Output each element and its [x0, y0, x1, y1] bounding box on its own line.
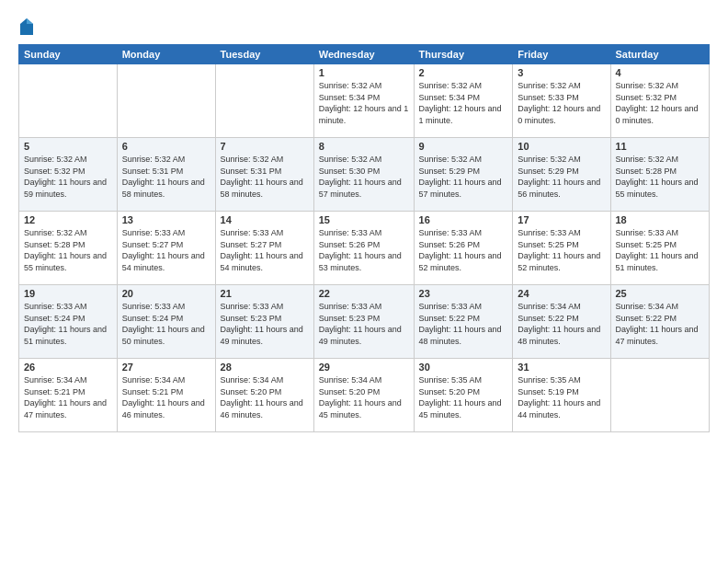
day-of-week-header: Tuesday [215, 45, 313, 64]
calendar-cell: 13Sunrise: 5:33 AMSunset: 5:27 PMDayligh… [117, 212, 215, 285]
day-info: Sunrise: 5:33 AMSunset: 5:25 PMDaylight:… [518, 227, 605, 273]
day-number: 31 [518, 362, 605, 373]
day-info: Sunrise: 5:34 AMSunset: 5:20 PMDaylight:… [319, 374, 409, 420]
day-info: Sunrise: 5:33 AMSunset: 5:26 PMDaylight:… [419, 227, 508, 273]
svg-marker-1 [27, 18, 33, 24]
day-of-week-header: Monday [117, 45, 215, 64]
logo-icon [18, 17, 35, 37]
calendar-cell [117, 64, 215, 138]
day-info: Sunrise: 5:34 AMSunset: 5:22 PMDaylight:… [616, 301, 705, 347]
calendar-cell [215, 64, 313, 138]
day-number: 29 [319, 362, 409, 373]
day-number: 2 [419, 67, 508, 78]
day-number: 27 [122, 362, 210, 373]
day-of-week-header: Wednesday [313, 45, 414, 64]
calendar-cell: 14Sunrise: 5:33 AMSunset: 5:27 PMDayligh… [215, 212, 313, 285]
calendar-cell: 24Sunrise: 5:34 AMSunset: 5:22 PMDayligh… [513, 285, 610, 359]
day-number: 16 [419, 214, 508, 225]
day-info: Sunrise: 5:33 AMSunset: 5:23 PMDaylight:… [319, 301, 409, 347]
day-info: Sunrise: 5:32 AMSunset: 5:30 PMDaylight:… [319, 154, 409, 200]
day-info: Sunrise: 5:32 AMSunset: 5:33 PMDaylight:… [518, 80, 605, 126]
calendar-cell: 31Sunrise: 5:35 AMSunset: 5:19 PMDayligh… [513, 359, 610, 432]
calendar-cell: 15Sunrise: 5:33 AMSunset: 5:26 PMDayligh… [313, 212, 414, 285]
calendar-cell: 6Sunrise: 5:32 AMSunset: 5:31 PMDaylight… [117, 138, 215, 212]
calendar-header-row: SundayMondayTuesdayWednesdayThursdayFrid… [19, 45, 710, 64]
day-info: Sunrise: 5:32 AMSunset: 5:34 PMDaylight:… [419, 80, 508, 126]
day-info: Sunrise: 5:34 AMSunset: 5:22 PMDaylight:… [518, 301, 605, 347]
calendar-cell: 12Sunrise: 5:32 AMSunset: 5:28 PMDayligh… [19, 212, 118, 285]
day-info: Sunrise: 5:32 AMSunset: 5:32 PMDaylight:… [24, 154, 112, 200]
calendar-cell [610, 359, 710, 432]
day-number: 24 [518, 288, 605, 299]
day-number: 30 [419, 362, 508, 373]
calendar-cell: 17Sunrise: 5:33 AMSunset: 5:25 PMDayligh… [513, 212, 610, 285]
day-info: Sunrise: 5:33 AMSunset: 5:27 PMDaylight:… [122, 227, 210, 273]
day-info: Sunrise: 5:33 AMSunset: 5:25 PMDaylight:… [616, 227, 705, 273]
day-info: Sunrise: 5:32 AMSunset: 5:28 PMDaylight:… [24, 227, 112, 273]
calendar-cell: 16Sunrise: 5:33 AMSunset: 5:26 PMDayligh… [414, 212, 513, 285]
calendar: SundayMondayTuesdayWednesdayThursdayFrid… [18, 44, 710, 432]
calendar-cell: 19Sunrise: 5:33 AMSunset: 5:24 PMDayligh… [19, 285, 118, 359]
calendar-cell: 18Sunrise: 5:33 AMSunset: 5:25 PMDayligh… [610, 212, 710, 285]
calendar-cell: 3Sunrise: 5:32 AMSunset: 5:33 PMDaylight… [513, 64, 610, 138]
day-info: Sunrise: 5:33 AMSunset: 5:27 PMDaylight:… [221, 227, 309, 273]
day-number: 12 [24, 214, 112, 225]
calendar-cell: 10Sunrise: 5:32 AMSunset: 5:29 PMDayligh… [513, 138, 610, 212]
day-info: Sunrise: 5:32 AMSunset: 5:28 PMDaylight:… [616, 154, 705, 200]
day-number: 13 [122, 214, 210, 225]
day-info: Sunrise: 5:33 AMSunset: 5:24 PMDaylight:… [122, 301, 210, 347]
day-of-week-header: Saturday [610, 45, 710, 64]
logo [18, 15, 39, 37]
day-number: 28 [221, 362, 309, 373]
day-number: 22 [319, 288, 409, 299]
day-number: 21 [221, 288, 309, 299]
day-number: 23 [419, 288, 508, 299]
calendar-cell [19, 64, 118, 138]
calendar-cell: 23Sunrise: 5:33 AMSunset: 5:22 PMDayligh… [414, 285, 513, 359]
calendar-cell: 22Sunrise: 5:33 AMSunset: 5:23 PMDayligh… [313, 285, 414, 359]
day-info: Sunrise: 5:33 AMSunset: 5:22 PMDaylight:… [419, 301, 508, 347]
day-info: Sunrise: 5:32 AMSunset: 5:31 PMDaylight:… [122, 154, 210, 200]
day-number: 20 [122, 288, 210, 299]
day-info: Sunrise: 5:32 AMSunset: 5:29 PMDaylight:… [518, 154, 605, 200]
day-of-week-header: Friday [513, 45, 610, 64]
calendar-week-row: 12Sunrise: 5:32 AMSunset: 5:28 PMDayligh… [19, 212, 710, 285]
day-number: 10 [518, 141, 605, 152]
day-of-week-header: Sunday [19, 45, 118, 64]
day-info: Sunrise: 5:34 AMSunset: 5:21 PMDaylight:… [24, 374, 112, 420]
page: SundayMondayTuesdayWednesdayThursdayFrid… [0, 0, 728, 563]
calendar-cell: 7Sunrise: 5:32 AMSunset: 5:31 PMDaylight… [215, 138, 313, 212]
calendar-week-row: 1Sunrise: 5:32 AMSunset: 5:34 PMDaylight… [19, 64, 710, 138]
day-info: Sunrise: 5:33 AMSunset: 5:23 PMDaylight:… [221, 301, 309, 347]
day-number: 3 [518, 67, 605, 78]
calendar-cell: 29Sunrise: 5:34 AMSunset: 5:20 PMDayligh… [313, 359, 414, 432]
day-info: Sunrise: 5:33 AMSunset: 5:26 PMDaylight:… [319, 227, 409, 273]
day-number: 5 [24, 141, 112, 152]
day-info: Sunrise: 5:33 AMSunset: 5:24 PMDaylight:… [24, 301, 112, 347]
day-info: Sunrise: 5:34 AMSunset: 5:21 PMDaylight:… [122, 374, 210, 420]
day-number: 7 [221, 141, 309, 152]
day-number: 1 [319, 67, 409, 78]
calendar-cell: 26Sunrise: 5:34 AMSunset: 5:21 PMDayligh… [19, 359, 118, 432]
calendar-cell: 9Sunrise: 5:32 AMSunset: 5:29 PMDaylight… [414, 138, 513, 212]
day-info: Sunrise: 5:35 AMSunset: 5:19 PMDaylight:… [518, 374, 605, 420]
day-number: 8 [319, 141, 409, 152]
day-info: Sunrise: 5:32 AMSunset: 5:29 PMDaylight:… [419, 154, 508, 200]
day-number: 18 [616, 214, 705, 225]
day-info: Sunrise: 5:32 AMSunset: 5:32 PMDaylight:… [616, 80, 705, 126]
day-number: 6 [122, 141, 210, 152]
calendar-cell: 1Sunrise: 5:32 AMSunset: 5:34 PMDaylight… [313, 64, 414, 138]
calendar-week-row: 26Sunrise: 5:34 AMSunset: 5:21 PMDayligh… [19, 359, 710, 432]
calendar-cell: 20Sunrise: 5:33 AMSunset: 5:24 PMDayligh… [117, 285, 215, 359]
header [18, 15, 710, 37]
day-number: 9 [419, 141, 508, 152]
calendar-cell: 21Sunrise: 5:33 AMSunset: 5:23 PMDayligh… [215, 285, 313, 359]
day-number: 11 [616, 141, 705, 152]
calendar-cell: 28Sunrise: 5:34 AMSunset: 5:20 PMDayligh… [215, 359, 313, 432]
calendar-cell: 5Sunrise: 5:32 AMSunset: 5:32 PMDaylight… [19, 138, 118, 212]
day-number: 26 [24, 362, 112, 373]
day-number: 17 [518, 214, 605, 225]
day-info: Sunrise: 5:34 AMSunset: 5:20 PMDaylight:… [221, 374, 309, 420]
day-info: Sunrise: 5:35 AMSunset: 5:20 PMDaylight:… [419, 374, 508, 420]
day-number: 4 [616, 67, 705, 78]
